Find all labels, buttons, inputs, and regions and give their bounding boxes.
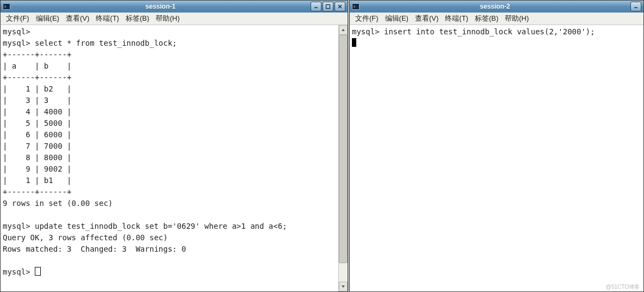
- terminal-cursor: [35, 267, 41, 276]
- scroll-up-button[interactable]: [339, 25, 348, 35]
- menu-edit[interactable]: 编辑(E): [33, 13, 63, 25]
- vertical-scrollbar[interactable]: [338, 25, 348, 291]
- app-terminal-icon: [352, 3, 360, 10]
- menubar: 文件(F) 编辑(E) 查看(V) 终端(T) 标签(B) 帮助(H): [1, 13, 348, 25]
- scroll-track[interactable]: [339, 35, 348, 282]
- terminal-output[interactable]: mysql> mysql> select * from test_innodb_…: [1, 25, 338, 291]
- maximize-button[interactable]: [323, 2, 333, 11]
- window-controls: [311, 2, 345, 11]
- menu-terminal[interactable]: 终端(T): [442, 13, 472, 25]
- terminal-text: mysql> mysql> select * from test_innodb_…: [3, 27, 287, 276]
- svg-marker-6: [342, 29, 345, 31]
- terminal-cursor: [352, 38, 356, 47]
- menu-help[interactable]: 帮助(H): [501, 13, 532, 25]
- window-title: session-2: [363, 3, 627, 10]
- scroll-thumb[interactable]: [339, 35, 348, 263]
- close-button[interactable]: [335, 2, 345, 11]
- menu-help[interactable]: 帮助(H): [152, 13, 183, 25]
- menu-edit[interactable]: 编辑(E): [382, 13, 412, 25]
- menu-terminal[interactable]: 终端(T): [92, 13, 122, 25]
- menu-tabs[interactable]: 标签(B): [472, 13, 501, 25]
- svg-rect-3: [326, 5, 330, 9]
- titlebar-2[interactable]: session-2: [350, 1, 643, 13]
- window-title: session-1: [14, 3, 307, 10]
- scroll-down-button[interactable]: [339, 282, 348, 291]
- desktop: session-1 文件(F) 编辑(E) 查看(V) 终端(T) 标签(B) …: [0, 0, 644, 292]
- menu-view[interactable]: 查看(V): [63, 13, 92, 25]
- menu-tabs[interactable]: 标签(B): [122, 13, 152, 25]
- terminal-output[interactable]: mysql> insert into test_innodb_lock valu…: [350, 25, 643, 291]
- svg-rect-1: [4, 4, 9, 9]
- menubar: 文件(F) 编辑(E) 查看(V) 终端(T) 标签(B) 帮助(H): [350, 13, 643, 25]
- window-session-2: session-2 文件(F) 编辑(E) 查看(V) 终端(T) 标签(B) …: [349, 0, 644, 292]
- svg-rect-9: [353, 4, 358, 9]
- menu-file[interactable]: 文件(F): [3, 13, 33, 25]
- menu-file[interactable]: 文件(F): [352, 13, 382, 25]
- minimize-button[interactable]: [311, 2, 321, 11]
- window-session-1: session-1 文件(F) 编辑(E) 查看(V) 终端(T) 标签(B) …: [0, 0, 348, 292]
- titlebar-1[interactable]: session-1: [1, 1, 348, 13]
- window-controls: [630, 2, 641, 11]
- svg-marker-7: [342, 285, 345, 288]
- minimize-button[interactable]: [630, 2, 641, 11]
- app-terminal-icon: [3, 3, 10, 10]
- menu-view[interactable]: 查看(V): [412, 13, 442, 25]
- terminal-text: mysql> insert into test_innodb_lock valu…: [352, 27, 595, 36]
